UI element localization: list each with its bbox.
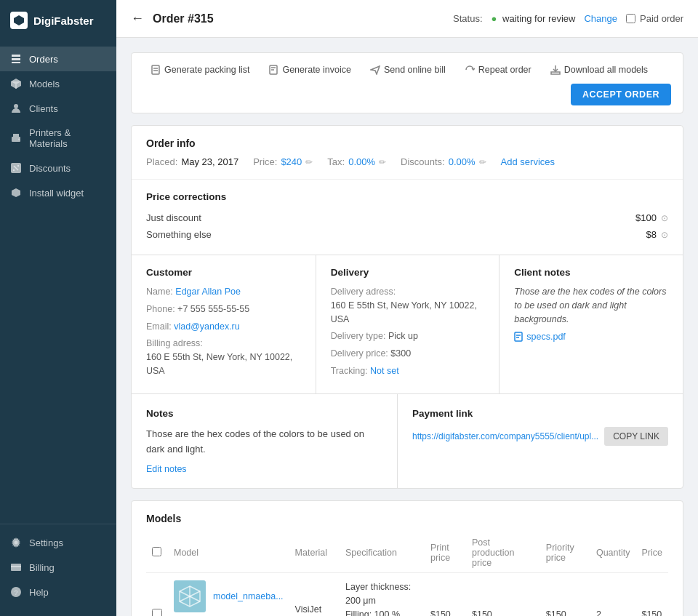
discounts-value[interactable]: 0.00% <box>449 156 476 167</box>
copy-link-button[interactable]: COPY LINK <box>604 427 668 446</box>
price-label: Price: <box>253 156 277 167</box>
discounts-edit-icon[interactable]: ✏ <box>479 157 486 167</box>
generate-invoice-button[interactable]: Generate invoice <box>261 60 358 79</box>
packing-list-label: Generate packing list <box>164 65 249 75</box>
models-card: Models Model Material Specification Prin… <box>131 500 683 616</box>
price-corrections-section: Price corrections Just discount $100 ⊙ S… <box>132 179 683 255</box>
edit-notes-link[interactable]: Edit notes <box>146 464 187 474</box>
customer-name-row: Name: Edgar Allan Poe <box>146 285 301 299</box>
price-correction-row-0: Just discount $100 ⊙ <box>146 209 668 226</box>
svg-rect-15 <box>11 564 21 571</box>
priority-price-cell-0: $150 <box>540 573 590 616</box>
order-info-title: Order info <box>146 137 668 149</box>
payment-panel: Payment link https://digifabster.com/com… <box>397 394 683 489</box>
specs-file-link[interactable]: specs.pdf <box>514 332 668 342</box>
sidebar-item-billing[interactable]: Billing <box>0 555 116 580</box>
toolbar: Generate packing list Generate invoice S… <box>131 52 683 113</box>
sidebar-item-help[interactable]: ? Help <box>0 580 116 604</box>
discounts-label: Discounts: <box>401 156 445 167</box>
row-checkbox-0[interactable] <box>152 609 162 616</box>
sidebar-item-orders[interactable]: Orders <box>0 47 116 71</box>
sidebar-item-models[interactable]: Models <box>0 71 116 96</box>
sidebar-item-install-widget[interactable]: Install widget <box>0 180 116 205</box>
paid-order-checkbox[interactable]: Paid order <box>626 13 683 24</box>
sidebar-orders-label: Orders <box>29 54 58 65</box>
notes-panel: Notes Those are the hex codes of the col… <box>132 394 397 489</box>
back-arrow-icon: ← <box>131 11 144 26</box>
model-name-0[interactable]: model_nmaeba... <box>213 591 284 601</box>
quantity-cell-0: 2 <box>590 573 636 616</box>
copy-icon-1[interactable]: ⊙ <box>661 230 668 240</box>
col-spec: Specification <box>340 533 425 573</box>
generate-packing-list-button[interactable]: Generate packing list <box>143 60 257 79</box>
select-all-checkbox[interactable] <box>152 547 161 556</box>
copy-icon-0[interactable]: ⊙ <box>661 213 668 223</box>
delivery-address-label: Delivery adress: <box>331 287 396 297</box>
svg-rect-2 <box>12 58 20 60</box>
order-info-row: Placed: May 23, 2017 Price: $240 ✏ Tax: … <box>146 156 668 167</box>
notes-title: Notes <box>146 406 382 422</box>
tax-edit-icon[interactable]: ✏ <box>379 157 386 167</box>
svg-text:?: ? <box>15 589 18 596</box>
delivery-price-value: $300 <box>390 348 411 359</box>
send-online-bill-button[interactable]: Send online bill <box>363 60 453 79</box>
back-button[interactable]: ← <box>131 11 144 26</box>
sidebar-item-discounts[interactable]: Discounts <box>0 156 116 180</box>
tax-value[interactable]: 0.00% <box>348 156 375 167</box>
payment-link-row: https://digifabster.com/company5555/clie… <box>412 427 668 446</box>
col-quantity: Quantity <box>590 533 636 573</box>
sidebar-item-printers[interactable]: Printers & Materials <box>0 121 116 156</box>
customer-email-label: Email: <box>146 321 172 332</box>
placed-info: Placed: May 23, 2017 <box>146 156 238 167</box>
customer-email-value[interactable]: vlad@yandex.ru <box>174 321 240 332</box>
change-status-link[interactable]: Change <box>584 13 617 24</box>
customer-panel: Customer Name: Edgar Allan Poe Phone: +7… <box>132 255 316 393</box>
col-post-price: Post production price <box>466 533 540 573</box>
repeat-order-label: Repeat order <box>478 65 531 75</box>
col-model: Model <box>168 533 289 573</box>
customer-name-value[interactable]: Edgar Allan Poe <box>175 287 241 297</box>
download-all-models-button[interactable]: Download all models <box>543 60 655 79</box>
correction-value-1: $8 ⊙ <box>646 229 668 240</box>
tax-info: Tax: 0.00% ✏ <box>327 156 386 167</box>
sidebar-item-clients[interactable]: Clients <box>0 96 116 121</box>
svg-point-6 <box>14 104 18 108</box>
paid-checkbox-input[interactable] <box>626 14 635 23</box>
sidebar-bottom: Settings Billing ? Help <box>0 524 116 616</box>
model-thumb-0 <box>174 580 206 612</box>
delivery-type-row: Delivery type: Pick up <box>331 329 485 343</box>
sidebar-item-settings[interactable]: Settings <box>0 530 116 555</box>
customer-billing-label: Billing adress: <box>146 338 203 348</box>
col-priority-price: Priority price <box>540 533 590 573</box>
delivery-panel: Delivery Delivery adress: 160 E 55th St,… <box>316 255 500 393</box>
add-services-link[interactable]: Add services <box>501 156 555 167</box>
spec-cell-0: Layer thickness: 200 μmFilling: 100 %Lea… <box>340 573 425 616</box>
col-material: Material <box>289 533 340 573</box>
status-label: Status: <box>453 13 482 24</box>
app-logo: DigiFabster <box>0 0 116 41</box>
sidebar-clients-label: Clients <box>29 103 58 114</box>
status-value: waiting for review <box>502 13 575 24</box>
client-notes-text: Those are the hex codes of the colors to… <box>514 285 668 326</box>
paid-order-label: Paid order <box>640 13 683 24</box>
topbar-right: Status: ● waiting for review Change Paid… <box>453 13 683 24</box>
col-print-price: Print price <box>425 533 466 573</box>
customer-title: Customer <box>146 267 301 278</box>
svg-point-12 <box>13 169 15 171</box>
delivery-tracking-value[interactable]: Not set <box>370 366 399 376</box>
topbar: ← Order #315 Status: ● waiting for revie… <box>116 0 698 38</box>
correction-name-0: Just discount <box>146 212 201 223</box>
customer-phone-row: Phone: +7 555 555-55-55 <box>146 303 301 316</box>
price-value[interactable]: $240 <box>281 156 302 167</box>
table-row: model_nmaeba... VisiJet PXL Layer thickn… <box>146 573 668 616</box>
accept-order-button[interactable]: ACCEPT ORDER <box>571 84 671 105</box>
price-edit-icon[interactable]: ✏ <box>305 157 313 167</box>
model-cell-0: model_nmaeba... <box>168 573 289 616</box>
status-indicator: ● waiting for review <box>492 13 576 24</box>
repeat-order-button[interactable]: Repeat order <box>457 60 539 79</box>
notes-text: Those are the hex codes of the colors to… <box>146 427 382 457</box>
price-cell-0: $150 <box>635 573 668 616</box>
table-header-check <box>146 533 168 573</box>
discounts-info: Discounts: 0.00% ✏ <box>401 156 486 167</box>
price-correction-row-1: Something else $8 ⊙ <box>146 226 668 243</box>
